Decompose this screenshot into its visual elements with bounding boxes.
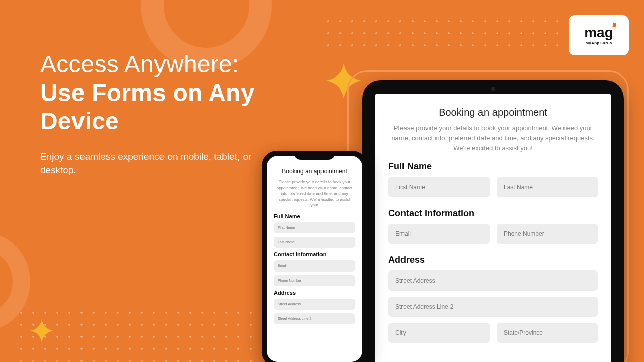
brand-name: mag	[584, 25, 613, 40]
street2-field[interactable]: Street Address Line-2	[388, 297, 598, 317]
phone-field[interactable]: Phone Number	[274, 275, 355, 286]
sparkle-icon	[30, 319, 53, 342]
headline-light: Access Anywhere:	[40, 51, 239, 77]
brand-subtitle: MyAppGurus	[585, 41, 612, 45]
last-name-field[interactable]: Last Name	[274, 237, 355, 248]
state-field[interactable]: State/Province	[497, 323, 598, 343]
first-name-field[interactable]: First Name	[388, 177, 490, 197]
brand-logo: mag▘ MyAppGurus	[569, 15, 629, 55]
tablet-screen: Booking an appointment Please provide yo…	[375, 94, 611, 362]
city-field[interactable]: City	[388, 323, 490, 343]
section-address: Address	[388, 255, 598, 265]
form-title: Booking an appointment	[274, 168, 355, 175]
form-intro: Please provide your details to book your…	[276, 179, 353, 208]
street2-field[interactable]: Street Address Line-2	[274, 313, 355, 324]
section-fullname: Full Name	[274, 213, 355, 219]
first-name-field[interactable]: First Name	[274, 222, 355, 233]
tablet-mockup: Booking an appointment Please provide yo…	[362, 80, 624, 362]
phone-field[interactable]: Phone Number	[497, 224, 598, 244]
headline-bold: Use Forms on Any Device	[40, 79, 255, 135]
section-fullname: Full Name	[388, 161, 598, 172]
page-title: Access Anywhere: Use Forms on Any Device	[40, 50, 257, 136]
page-subhead: Enjoy a seamless experience on mobile, t…	[40, 150, 257, 177]
phone-notch	[294, 151, 335, 160]
camera-icon	[491, 87, 495, 91]
section-contact: Contact Information	[388, 208, 598, 219]
street1-field[interactable]: Street Address	[274, 299, 355, 310]
email-field[interactable]: Email	[388, 224, 490, 244]
last-name-field[interactable]: Last Name	[497, 177, 598, 197]
phone-mockup: Booking an appointment Please provide yo…	[262, 151, 367, 362]
email-field[interactable]: Email	[274, 260, 355, 272]
street1-field[interactable]: Street Address	[388, 270, 598, 291]
phone-screen: Booking an appointment Please provide yo…	[267, 156, 362, 362]
form-title: Booking an appointment	[388, 107, 598, 118]
section-address: Address	[274, 290, 355, 296]
form-intro: Please provide your details to book your…	[391, 123, 595, 153]
section-contact: Contact Information	[274, 251, 355, 257]
decor-dots	[322, 15, 558, 50]
